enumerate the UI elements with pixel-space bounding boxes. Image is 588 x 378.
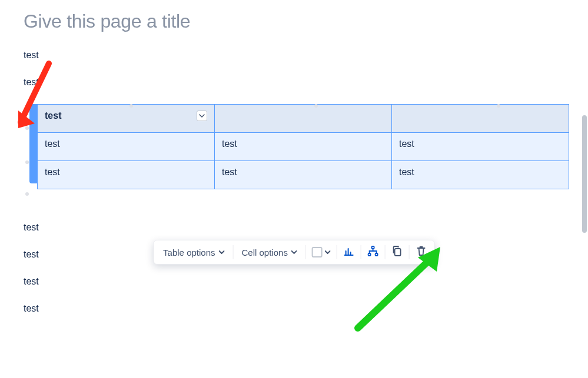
table-header-cell[interactable] xyxy=(392,105,569,133)
toolbar-separator xyxy=(409,245,410,259)
row-drag-handle[interactable] xyxy=(25,192,29,196)
paragraph[interactable]: test xyxy=(24,303,569,314)
hierarchy-icon xyxy=(367,245,379,259)
cell-text: test xyxy=(45,139,60,149)
row-drag-handle[interactable] xyxy=(25,126,29,130)
chart-button[interactable] xyxy=(338,243,360,262)
page-title-placeholder[interactable]: Give this page a title xyxy=(24,11,569,32)
table-header-cell[interactable] xyxy=(215,105,392,133)
svg-rect-2 xyxy=(376,253,378,256)
cell-text: test xyxy=(222,167,237,177)
column-drag-handle[interactable] xyxy=(129,104,133,108)
vertical-scrollbar[interactable] xyxy=(582,115,587,233)
table-header-cell[interactable]: test xyxy=(38,105,215,133)
paragraph[interactable]: test xyxy=(24,50,569,61)
toolbar-separator xyxy=(361,245,361,259)
chevron-down-icon xyxy=(325,249,331,255)
cell-text: test xyxy=(45,111,61,121)
table-floating-toolbar: Table options Cell options xyxy=(153,240,435,265)
table-options-button[interactable]: Table options xyxy=(156,244,231,261)
table-options-label: Table options xyxy=(163,247,215,257)
table-container: test test test test test test test xyxy=(24,104,569,189)
trash-icon xyxy=(416,245,427,259)
paragraph[interactable]: test xyxy=(24,222,569,233)
column-drag-handle[interactable] xyxy=(497,104,500,108)
cell-background-button[interactable] xyxy=(307,243,335,261)
paragraph[interactable]: test xyxy=(24,77,569,88)
cell-text: test xyxy=(45,167,60,177)
toolbar-separator xyxy=(233,245,234,259)
toolbar-separator xyxy=(385,245,386,259)
table-cell[interactable]: test xyxy=(38,161,215,189)
svg-rect-3 xyxy=(395,249,401,256)
row-drag-handle[interactable] xyxy=(25,160,29,164)
toolbar-separator xyxy=(305,245,306,259)
cell-options-label: Cell options xyxy=(242,247,288,257)
table-cell[interactable]: test xyxy=(38,133,215,161)
hierarchy-button[interactable] xyxy=(363,243,384,262)
cell-text: test xyxy=(399,139,414,149)
chevron-down-icon xyxy=(219,249,225,255)
delete-button[interactable] xyxy=(411,243,432,262)
column-drag-handle[interactable] xyxy=(314,104,318,108)
svg-rect-0 xyxy=(372,246,374,249)
editor-page: Give this page a title test test test xyxy=(0,0,588,314)
chevron-down-icon xyxy=(291,249,297,255)
cell-text: test xyxy=(222,139,237,149)
paragraph[interactable]: test xyxy=(24,276,569,287)
table-cell[interactable]: test xyxy=(392,133,569,161)
svg-rect-1 xyxy=(368,253,371,256)
header-sort-button[interactable] xyxy=(197,111,207,121)
cell-options-button[interactable]: Cell options xyxy=(235,244,304,261)
toolbar-separator xyxy=(337,245,337,259)
editor-table[interactable]: test test test test test test test xyxy=(37,104,569,189)
cell-text: test xyxy=(399,167,414,177)
copy-icon xyxy=(391,245,403,259)
table-row-selection-bar[interactable] xyxy=(29,104,37,183)
copy-button[interactable] xyxy=(387,243,408,262)
table-cell[interactable]: test xyxy=(215,133,392,161)
color-swatch-icon xyxy=(312,247,323,257)
table-cell[interactable]: test xyxy=(215,161,392,189)
chart-icon xyxy=(343,245,355,259)
table-cell[interactable]: test xyxy=(392,161,569,189)
